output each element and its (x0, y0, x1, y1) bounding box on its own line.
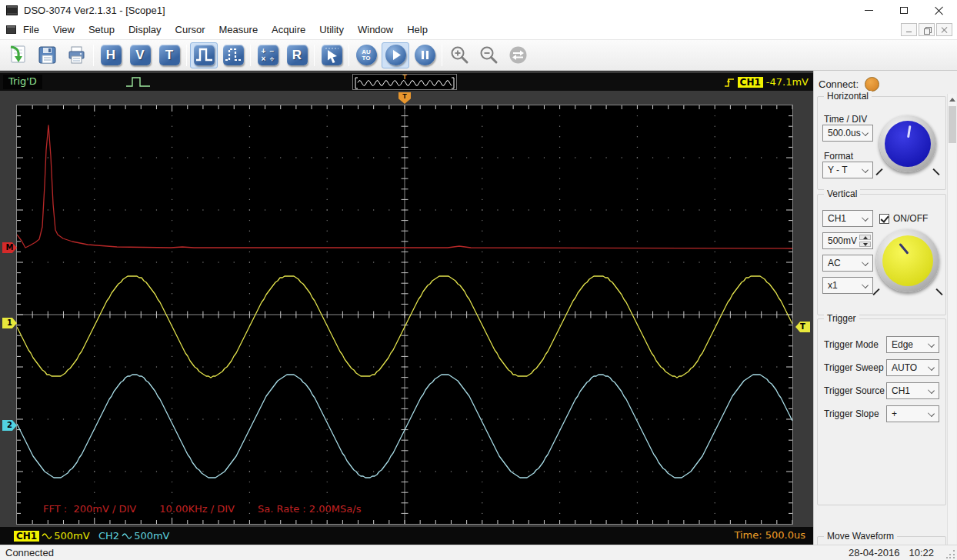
menu-window[interactable]: Window (351, 21, 400, 38)
toolbar: H V T +− ×÷ R AUTO (0, 40, 957, 71)
autoset-icon: AUTO (356, 45, 377, 65)
window-title: DSO-3074 Ver2.1.31 - [Scope1] (24, 5, 165, 16)
maximize-icon (900, 7, 908, 14)
mdi-minimize-icon (906, 32, 912, 32)
title-bar: DSO-3074 Ver2.1.31 - [Scope1] (0, 0, 957, 20)
trigger-sweep-label: Trigger Sweep (824, 362, 884, 373)
connection-status: Connected (5, 547, 54, 558)
menu-display[interactable]: Display (122, 21, 168, 38)
zoom-out-icon (478, 45, 499, 65)
ch1-readout: CH1 500mV (14, 528, 90, 543)
format-select[interactable]: Y - T (822, 162, 873, 178)
scroll-up-button[interactable] (948, 94, 957, 105)
volts-div-spinner[interactable]: 500mV (822, 232, 873, 249)
knob-indicator (907, 125, 911, 138)
toolbar-separator (93, 45, 94, 66)
ch1-ac-coupling-icon (42, 532, 52, 540)
arrow-up-icon (949, 98, 955, 102)
zoom-in-button[interactable] (445, 42, 473, 68)
menu-cursor[interactable]: Cursor (168, 21, 212, 38)
menu-setup[interactable]: Setup (82, 21, 122, 38)
horizontal-icon: H (101, 45, 122, 65)
close-icon (935, 5, 944, 15)
save-button[interactable] (33, 42, 61, 68)
math-channel-marker[interactable]: M (2, 242, 17, 253)
refresh-button[interactable] (504, 42, 532, 68)
ch1-scale: 500mV (54, 530, 89, 542)
spin-up-button[interactable] (859, 235, 871, 240)
status-time: 10:22 (909, 547, 934, 558)
checkbox-checked-icon[interactable] (879, 214, 889, 224)
pulse-display-button[interactable] (190, 42, 218, 68)
waveform-preview[interactable]: T (352, 74, 457, 90)
arrow-up-icon (863, 236, 868, 239)
waveform-display[interactable]: FFT : 200mV / DIV 10.00KHz / DIV Sa. Rat… (17, 105, 792, 524)
toolbar-separator (250, 45, 251, 66)
timebase-readout: Time: 500.0us (734, 529, 805, 541)
autoset-button[interactable]: AUTO (352, 42, 380, 68)
menu-file[interactable]: File (16, 21, 46, 38)
close-button[interactable] (922, 0, 957, 20)
status-bar: Connected 28-04-2016 10:22 (0, 545, 957, 560)
trigger-source-badge: CH1 (738, 77, 763, 88)
mdi-restore-button[interactable] (919, 23, 935, 36)
reference-button[interactable]: R (283, 42, 311, 68)
zoom-out-button[interactable] (475, 42, 502, 68)
trigger-slope-select[interactable]: + (886, 405, 939, 422)
preview-trigger-marker: T (353, 73, 456, 81)
ch2-position-marker[interactable]: 2 (2, 420, 17, 431)
mdi-minimize-button[interactable] (901, 23, 917, 36)
chevron-down-icon (862, 215, 869, 222)
open-button[interactable] (4, 42, 32, 68)
run-button[interactable] (382, 42, 409, 68)
trigger-icon: T (159, 45, 180, 65)
menu-measure[interactable]: Measure (212, 21, 265, 38)
menu-utility[interactable]: Utility (312, 21, 351, 38)
panel-scrollbar[interactable] (947, 94, 956, 545)
trigger-settings-button[interactable]: T (155, 42, 183, 68)
menu-acquire[interactable]: Acquire (265, 21, 312, 38)
minimize-button[interactable] (851, 0, 886, 20)
move-waveform-title: Move Waveform (824, 531, 897, 542)
maximize-button[interactable] (886, 0, 922, 20)
menu-help[interactable]: Help (400, 21, 435, 38)
trigger-source-select[interactable]: CH1 (886, 382, 939, 399)
scope-status-bar: Trig'D T CH1 -47.1mV (0, 73, 813, 91)
time-div-select[interactable]: 500.0us (822, 125, 873, 142)
math-button[interactable]: +− ×÷ (254, 42, 282, 68)
ch1-position-marker[interactable]: 1 (2, 318, 17, 328)
channel-select[interactable]: CH1 (822, 210, 873, 227)
connect-status-icon (865, 77, 879, 92)
print-button[interactable] (62, 42, 90, 68)
pulse-measure-button[interactable] (219, 42, 247, 68)
toolbar-separator (348, 45, 349, 66)
trigger-mode-select[interactable]: Edge (886, 336, 939, 353)
mdi-close-button[interactable] (936, 23, 952, 36)
scope-channel-bar: CH1 500mV CH2 500mV Time: 500.0us (0, 527, 813, 545)
horizontal-group: Horizontal Time / DIV 500.0us Format Y -… (817, 96, 946, 190)
cursor-measure-button[interactable] (318, 42, 345, 68)
channel-onoff[interactable]: ON/OFF (879, 213, 928, 224)
scrollbar-thumb[interactable] (949, 106, 956, 143)
trigger-status: Trig'D (3, 75, 42, 89)
onoff-label: ON/OFF (893, 213, 928, 224)
coupling-select[interactable]: AC (822, 255, 873, 272)
resize-grip[interactable] (946, 549, 955, 558)
control-panel: Connect: Horizontal Time / DIV 500.0us F… (813, 71, 957, 545)
horizontal-settings-button[interactable]: H (97, 42, 125, 68)
pause-button[interactable] (411, 42, 438, 68)
waveform-canvas (17, 105, 792, 524)
document-icon (6, 25, 16, 34)
vertical-position-knob[interactable] (876, 229, 939, 292)
trigger-level-marker[interactable]: T (795, 322, 810, 332)
arrow-down-icon (863, 243, 868, 246)
scope-area: Trig'D T CH1 -47.1mV T FFT : 200mV / (0, 71, 813, 545)
trigger-time-marker[interactable]: T (398, 92, 411, 104)
probe-select[interactable]: x1 (822, 277, 873, 294)
menu-view[interactable]: View (46, 21, 82, 38)
vertical-settings-button[interactable]: V (126, 42, 154, 68)
horizontal-position-knob[interactable] (879, 115, 936, 172)
trigger-sweep-select[interactable]: AUTO (886, 359, 939, 376)
spin-down-button[interactable] (859, 242, 871, 247)
chevron-down-icon (928, 364, 935, 371)
